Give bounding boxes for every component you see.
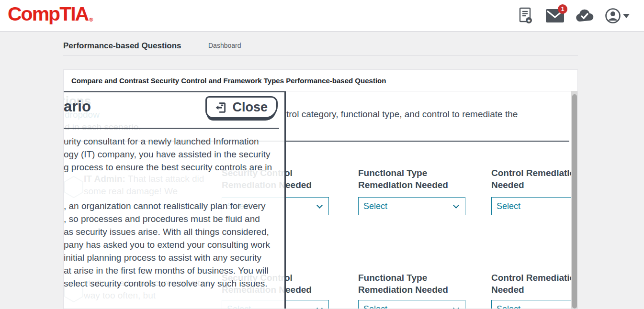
chevron-down-icon — [316, 202, 323, 209]
avatar-icon — [605, 8, 621, 24]
chevron-down-icon — [453, 305, 459, 309]
column-label-control-remediation: Control Remediation Needed — [491, 272, 577, 296]
scenario-heading: ario — [64, 98, 91, 115]
column-label-control-remediation: Control Remediation Needed — [491, 167, 577, 191]
divider — [63, 55, 578, 56]
select-control-remediation-1[interactable]: Select — [491, 197, 577, 215]
select-value: Select — [363, 201, 387, 211]
logo-text: CompTIA — [8, 3, 88, 25]
question-card: Compare and Contrast Security Control an… — [63, 69, 578, 309]
comptia-logo[interactable]: CompTIA® — [8, 3, 92, 25]
select-value: Select — [363, 304, 387, 309]
scenario-paragraph-2: , an organization cannot realistically p… — [64, 199, 270, 290]
registered-mark: ® — [89, 17, 93, 22]
scenario-modal: ario Close urity consultant for a newly … — [64, 91, 286, 309]
modal-divider — [64, 128, 279, 129]
select-functional-type-1[interactable]: Select — [358, 197, 465, 215]
chevron-down-icon — [316, 305, 323, 309]
breadcrumb-dashboard[interactable]: Dashboard — [208, 42, 241, 49]
question-card-body: Questions dropdow trol category, functio… — [64, 91, 577, 309]
scenario-paragraph-1: urity consultant for a newly launched In… — [64, 135, 272, 174]
vertical-scrollbar — [571, 91, 577, 309]
cloud-sync-icon[interactable] — [575, 6, 594, 25]
close-button[interactable]: Close — [205, 96, 278, 119]
app-window: CompTIA® ★ 1 — [0, 0, 644, 309]
select-value: Select — [497, 304, 520, 309]
close-label: Close — [232, 100, 268, 115]
chevron-down-icon — [453, 202, 459, 209]
app-header: CompTIA® ★ 1 — [0, 0, 644, 32]
select-value: Select — [497, 201, 520, 211]
question-card-title: Compare and Contrast Security Control an… — [64, 70, 577, 91]
scrollbar-thumb[interactable] — [572, 94, 577, 309]
mail-badge: 1 — [558, 4, 567, 14]
messages-icon[interactable]: 1 — [545, 6, 565, 25]
instruction-fragment: trol category, functional type, and cont… — [286, 109, 518, 120]
exit-icon — [213, 100, 227, 115]
column-label-functional-type: Functional Type Remediation Needed — [358, 272, 460, 296]
select-functional-type-2[interactable]: Select — [358, 300, 465, 309]
chevron-down-icon — [623, 14, 630, 18]
results-document-icon[interactable]: ★ — [516, 6, 535, 25]
account-menu[interactable] — [605, 8, 630, 24]
column-label-functional-type: Functional Type Remediation Needed — [358, 167, 460, 191]
page-title: Performance-based Questions — [63, 41, 181, 51]
select-control-remediation-2[interactable]: Select — [491, 300, 577, 309]
svg-text:★: ★ — [527, 18, 531, 23]
